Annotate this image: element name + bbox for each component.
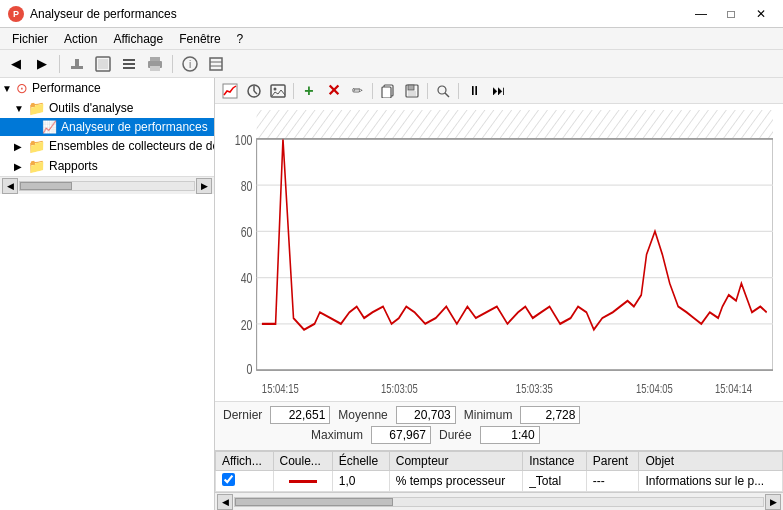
col-instance: Instance: [523, 452, 587, 471]
svg-point-26: [438, 86, 446, 94]
table-scroll-left[interactable]: ◀: [217, 494, 233, 510]
chart-area: 100 80 60 40 20 0 15:04:15 15:03:05 15:0…: [215, 104, 783, 401]
zoom-btn[interactable]: [432, 81, 454, 101]
color-indicator: [289, 480, 317, 483]
right-panel: + ✕ ✏ ⏸ ⏭: [215, 78, 783, 510]
menu-fichier[interactable]: Fichier: [4, 30, 56, 48]
add-counter-btn[interactable]: +: [298, 81, 320, 101]
scroll-right-arrow[interactable]: ▶: [196, 178, 212, 194]
x-label-3: 15:03:35: [516, 382, 553, 396]
menu-help[interactable]: ?: [229, 30, 252, 48]
next-btn[interactable]: ⏭: [487, 81, 509, 101]
table-scroll-right[interactable]: ▶: [765, 494, 781, 510]
window-title: Analyseur de performances: [30, 7, 177, 21]
sidebar-label-analyseur: Analyseur de performances: [61, 120, 208, 134]
app-icon: P: [8, 6, 24, 22]
toolbar-home[interactable]: [91, 53, 115, 75]
sidebar-item-performance[interactable]: ▼ ⊙ Performance: [0, 78, 214, 98]
y-label-40: 40: [241, 271, 253, 287]
minimize-button[interactable]: —: [687, 3, 715, 25]
sidebar-item-analyseur[interactable]: 📈 Analyseur de performances: [0, 118, 214, 136]
copy-btn[interactable]: [377, 81, 399, 101]
duree-value: 1:40: [480, 426, 540, 444]
maximum-value: 67,967: [371, 426, 431, 444]
svg-rect-25: [408, 91, 416, 96]
col-couleur: Coule...: [273, 452, 332, 471]
cell-parent: ---: [586, 471, 639, 492]
window-controls: — □ ✕: [687, 3, 775, 25]
counter-checkbox[interactable]: [222, 473, 235, 486]
x-label-1: 15:04:15: [262, 382, 299, 396]
cell-affichage[interactable]: [216, 471, 274, 492]
scroll-left-arrow[interactable]: ◀: [2, 178, 18, 194]
minimum-value: 2,728: [520, 406, 580, 424]
expand-icon-outils: ▼: [14, 103, 28, 114]
menu-fenetre[interactable]: Fenêtre: [171, 30, 228, 48]
toolbar-info[interactable]: i: [178, 53, 202, 75]
chart-type-btn[interactable]: [219, 81, 241, 101]
pause-btn[interactable]: ⏸: [463, 81, 485, 101]
stats-row-2: Maximum 67,967 Durée 1:40: [223, 426, 775, 444]
expand-icon: ▼: [2, 83, 16, 94]
menu-affichage[interactable]: Affichage: [105, 30, 171, 48]
table-scroll-track[interactable]: [234, 497, 764, 507]
save-btn[interactable]: [401, 81, 423, 101]
data-table-wrapper: Affich... Coule... Échelle Compteur Inst…: [215, 450, 783, 510]
toolbar-back[interactable]: ◀: [4, 53, 28, 75]
title-bar-left: P Analyseur de performances: [8, 6, 177, 22]
sidebar-item-outils[interactable]: ▼ 📁 Outils d'analyse: [0, 98, 214, 118]
chart-toolbar-sep4: [458, 83, 459, 99]
cell-echelle: 1,0: [332, 471, 389, 492]
table-scroll-thumb: [235, 498, 393, 506]
chart-bg: [257, 139, 773, 370]
main-toolbar: ◀ ▶ i: [0, 50, 783, 78]
chart-toolbar: + ✕ ✏ ⏸ ⏭: [215, 78, 783, 104]
title-bar: P Analyseur de performances — □ ✕: [0, 0, 783, 28]
table-body: 1,0 % temps processeur _Total --- Inform…: [216, 471, 783, 492]
main-layout: ▼ ⊙ Performance ▼ 📁 Outils d'analyse 📈 A…: [0, 78, 783, 510]
col-compteur: Compteur: [389, 452, 522, 471]
scroll-track[interactable]: [19, 181, 195, 191]
duree-label: Durée: [439, 428, 472, 442]
performance-icon: ⊙: [16, 80, 28, 96]
toolbar-list[interactable]: [117, 53, 141, 75]
dernier-value: 22,651: [270, 406, 330, 424]
toolbar-up[interactable]: [65, 53, 89, 75]
menu-action[interactable]: Action: [56, 30, 105, 48]
svg-rect-24: [408, 85, 414, 90]
x-label-4: 15:04:05: [636, 382, 673, 396]
edit-btn[interactable]: ✏: [346, 81, 368, 101]
cell-couleur: [273, 471, 332, 492]
folder-icon-rapports: 📁: [28, 158, 45, 174]
chart-toolbar-sep1: [293, 83, 294, 99]
table-row[interactable]: 1,0 % temps processeur _Total --- Inform…: [216, 471, 783, 492]
col-affichage: Affich...: [216, 452, 274, 471]
stats-area: Dernier 22,651 Moyenne 20,703 Minimum 2,…: [215, 401, 783, 450]
sidebar-item-rapports[interactable]: ▶ 📁 Rapports: [0, 156, 214, 176]
toolbar-sep1: [59, 55, 60, 73]
toolbar-forward[interactable]: ▶: [30, 53, 54, 75]
chart-icon-analyseur: 📈: [42, 120, 57, 134]
dernier-label: Dernier: [223, 408, 262, 422]
sidebar-item-ensembles[interactable]: ▶ 📁 Ensembles de collecteurs de do...: [0, 136, 214, 156]
sidebar-scrollbar[interactable]: ◀ ▶: [0, 176, 214, 194]
col-objet: Objet: [639, 452, 783, 471]
image-btn[interactable]: [267, 81, 289, 101]
remove-counter-btn[interactable]: ✕: [322, 81, 344, 101]
close-button[interactable]: ✕: [747, 3, 775, 25]
svg-rect-3: [98, 59, 108, 69]
folder-icon-outils: 📁: [28, 100, 45, 116]
toolbar-options[interactable]: [204, 53, 228, 75]
performance-chart: 100 80 60 40 20 0 15:04:15 15:03:05 15:0…: [225, 110, 773, 399]
maximize-button[interactable]: □: [717, 3, 745, 25]
sidebar-label-performance: Performance: [32, 81, 101, 95]
toolbar-print[interactable]: [143, 53, 167, 75]
svg-rect-1: [75, 59, 79, 66]
table-scrollbar[interactable]: ◀ ▶: [215, 492, 783, 510]
hatch-area: [257, 110, 773, 139]
menu-bar: Fichier Action Affichage Fenêtre ?: [0, 28, 783, 50]
svg-line-27: [445, 93, 449, 97]
freeze-btn[interactable]: [243, 81, 265, 101]
folder-icon-ensembles: 📁: [28, 138, 45, 154]
expand-icon-rapports: ▶: [14, 161, 28, 172]
